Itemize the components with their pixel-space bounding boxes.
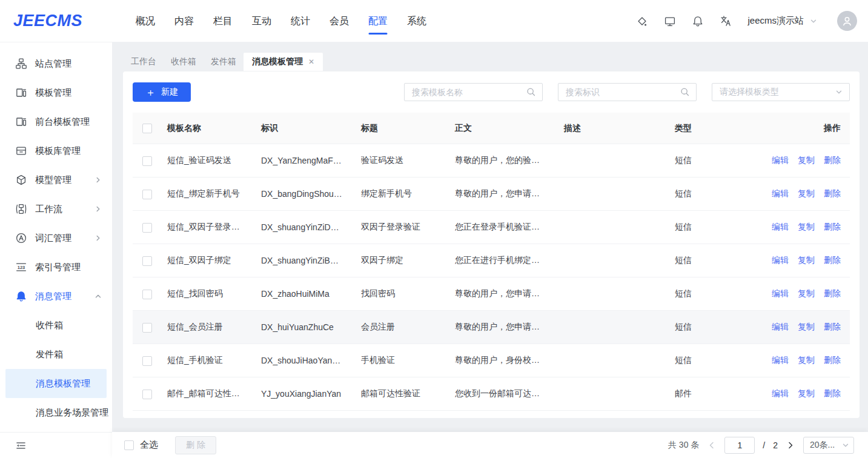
footer-bar: 全选 删 除 共 30 条 / 2 20条... <box>112 432 868 458</box>
copy-link[interactable]: 复制 <box>798 222 815 233</box>
sidebar-subitem[interactable]: 消息模板管理 <box>5 369 107 398</box>
top-nav-item[interactable]: 统计 <box>281 0 320 42</box>
copy-link[interactable]: 复制 <box>798 255 815 266</box>
cell-code: DX_shuangYinZiD… <box>261 222 361 232</box>
next-page-icon[interactable] <box>786 440 795 450</box>
delete-link[interactable]: 删除 <box>824 255 841 266</box>
copy-link[interactable]: 复制 <box>798 288 815 299</box>
table-row: 短信_验证码发送 DX_YanZhengMaF… 验证码发送 尊敬的用户，您的验… <box>133 144 850 178</box>
search-template-name-input[interactable] <box>404 83 543 101</box>
top-nav-item[interactable]: 互动 <box>242 0 281 42</box>
row-checkbox[interactable] <box>142 356 152 366</box>
top-nav-item[interactable]: 配置 <box>359 0 397 42</box>
jeecms-logo[interactable]: JEECMS <box>0 12 112 30</box>
delete-link[interactable]: 删除 <box>824 188 841 199</box>
tab[interactable]: 消息模板管理 ✕ <box>244 53 323 71</box>
tab-close-icon[interactable]: ✕ <box>308 58 314 66</box>
sidebar-subitem[interactable]: 消息业务场景管理 <box>5 398 107 427</box>
delete-link[interactable]: 删除 <box>824 288 841 299</box>
chevron-down-icon <box>835 88 843 96</box>
edit-link[interactable]: 编辑 <box>772 188 789 199</box>
delete-link[interactable]: 删除 <box>824 388 841 399</box>
edit-link[interactable]: 编辑 <box>772 222 789 233</box>
row-actions: 编辑复制删除 <box>763 288 850 299</box>
tab[interactable]: 发件箱 <box>204 53 244 71</box>
page-size-select[interactable]: 20条... <box>803 437 854 454</box>
site-name: jeecms演示站 <box>747 15 804 27</box>
top-nav-item[interactable]: 内容 <box>165 0 204 42</box>
sidebar-item[interactable]: 前台模板管理 <box>0 107 112 136</box>
clean-icon[interactable] <box>636 15 648 27</box>
copy-link[interactable]: 复制 <box>798 355 815 366</box>
collapse-sidebar-icon[interactable] <box>15 440 27 451</box>
chevron-right-icon <box>94 176 102 184</box>
sidebar-item[interactable]: 工作流 <box>0 194 112 224</box>
delete-link[interactable]: 删除 <box>824 322 841 333</box>
sidebar-item[interactable]: 模板管理 <box>0 78 112 107</box>
cell-title: 会员注册 <box>361 322 455 333</box>
table-header-row: 模板名称 标识 标题 正文 描述 类型 操作 <box>133 113 850 144</box>
cell-template-name: 短信_双因子绑定 <box>167 255 261 266</box>
bell-icon[interactable] <box>692 15 704 27</box>
cell-body: 尊敬的用户，身份校… <box>455 355 564 366</box>
row-checkbox[interactable] <box>142 156 152 166</box>
header-checkbox[interactable] <box>142 124 152 133</box>
column-header: 标题 <box>361 123 455 134</box>
row-checkbox[interactable] <box>142 256 152 266</box>
chevron-down-icon <box>841 441 850 450</box>
edit-link[interactable]: 编辑 <box>772 388 789 399</box>
delete-link[interactable]: 删除 <box>824 155 841 166</box>
top-nav-item[interactable]: 栏目 <box>204 0 242 42</box>
sidebar-item[interactable]: 123 索引号管理 <box>0 253 112 282</box>
copy-link[interactable]: 复制 <box>798 188 815 199</box>
sidebar-subitem[interactable]: 收件箱 <box>5 311 107 340</box>
select-all-checkbox[interactable] <box>124 440 134 450</box>
row-checkbox[interactable] <box>142 223 152 233</box>
template-type-select[interactable]: 请选择模板类型 <box>712 83 850 101</box>
new-button[interactable]: ＋ 新建 <box>133 82 191 102</box>
sidebar-item[interactable]: 模型管理 <box>0 165 112 194</box>
copy-link[interactable]: 复制 <box>798 155 815 166</box>
topbar: JEECMS 概况 内容 栏目 互动 统计 会员 配置 系统 jeecms演示站 <box>0 0 868 42</box>
top-nav-item[interactable]: 系统 <box>397 0 436 42</box>
search-code-input[interactable] <box>558 83 697 101</box>
delete-link[interactable]: 删除 <box>824 355 841 366</box>
tab[interactable]: 收件箱 <box>164 53 204 71</box>
prev-page-icon[interactable] <box>707 440 717 450</box>
row-actions: 编辑复制删除 <box>763 155 850 166</box>
template-icon <box>15 116 27 128</box>
copy-link[interactable]: 复制 <box>798 388 815 399</box>
translate-icon[interactable] <box>720 15 732 27</box>
page-number-input[interactable] <box>724 437 755 454</box>
edit-link[interactable]: 编辑 <box>772 288 789 299</box>
cell-code: DX_bangDingShou… <box>261 189 361 199</box>
site-switcher[interactable]: jeecms演示站 <box>747 15 818 27</box>
row-checkbox[interactable] <box>142 390 152 399</box>
tab-bar: 工作台 收件箱 发件箱 消息模板管理 ✕ <box>112 42 868 71</box>
edit-link[interactable]: 编辑 <box>772 255 789 266</box>
sidebar-item[interactable]: 模板库管理 <box>0 136 112 165</box>
sidebar-item[interactable]: 消息管理 <box>0 282 112 311</box>
cell-title: 绑定新手机号 <box>361 188 455 199</box>
search-icon[interactable] <box>680 87 690 97</box>
avatar[interactable] <box>837 11 857 31</box>
row-checkbox[interactable] <box>142 323 152 333</box>
edit-link[interactable]: 编辑 <box>772 322 789 333</box>
row-checkbox[interactable] <box>142 290 152 299</box>
edit-link[interactable]: 编辑 <box>772 355 789 366</box>
batch-delete-button[interactable]: 删 除 <box>175 436 216 454</box>
sidebar-item[interactable]: 词汇管理 <box>0 224 112 253</box>
top-nav-item[interactable]: 会员 <box>320 0 359 42</box>
row-checkbox[interactable] <box>142 190 152 199</box>
sidebar-item[interactable]: 站点管理 <box>0 49 112 78</box>
edit-link[interactable]: 编辑 <box>772 155 789 166</box>
cell-code: YJ_youXiangJianYan <box>261 389 361 399</box>
cell-body: 尊敬的用户，您申请… <box>455 322 564 333</box>
top-nav-item[interactable]: 概况 <box>126 0 165 42</box>
tab[interactable]: 工作台 <box>124 53 164 71</box>
copy-link[interactable]: 复制 <box>798 322 815 333</box>
sidebar-subitem[interactable]: 发件箱 <box>5 340 107 369</box>
delete-link[interactable]: 删除 <box>824 222 841 233</box>
monitor-icon[interactable] <box>664 15 676 27</box>
search-icon[interactable] <box>526 87 536 97</box>
